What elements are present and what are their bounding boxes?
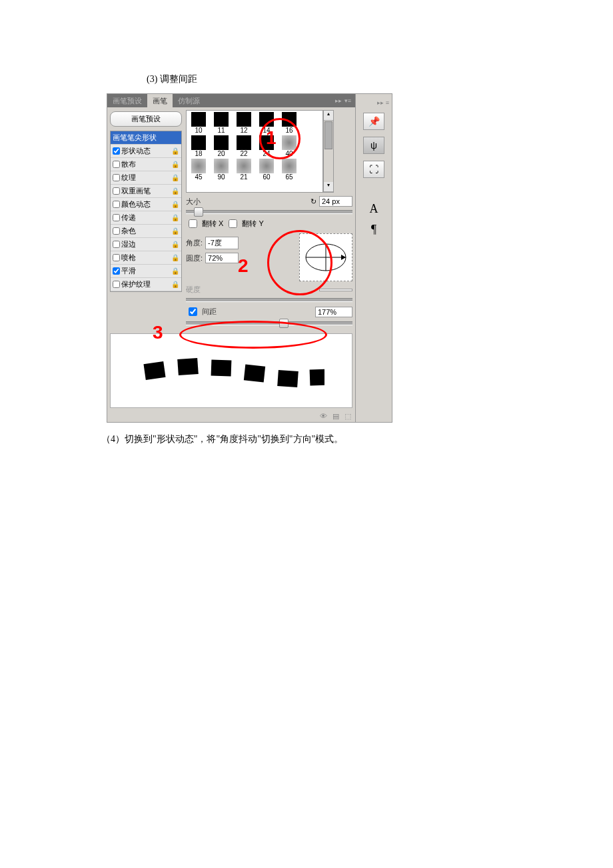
annotation-number-1: 1 [266, 127, 277, 149]
step-4-text: （4）切换到"形状动态"，将"角度抖动"切换到"方向"模式。 [101, 433, 520, 445]
brush-presets-button[interactable]: 画笔预设 [110, 111, 182, 127]
brush-options-list: 画笔笔尖形状 形状动态🔒 散布🔒 纹理🔒 双重画笔🔒 颜色动态🔒 传递🔒 杂色🔒… [110, 131, 182, 292]
chk-wet-edges[interactable] [113, 241, 120, 248]
size-slider[interactable] [186, 210, 352, 214]
lock-icon: 🔒 [171, 174, 179, 181]
chk-shape-dynamics[interactable] [113, 147, 120, 155]
scroll-down-icon[interactable]: ▾ [324, 182, 333, 192]
dock-icon-stamp[interactable]: ⛶ [363, 161, 384, 178]
dock-icon-pin[interactable]: 📌 [363, 113, 384, 130]
opt-transfer[interactable]: 传递🔒 [111, 211, 181, 225]
opt-scattering[interactable]: 散布🔒 [111, 158, 181, 171]
opt-color-dynamics[interactable]: 颜色动态🔒 [111, 198, 181, 211]
scroll-up-icon[interactable]: ▴ [324, 111, 333, 121]
svg-rect-5 [177, 358, 199, 375]
opt-smoothing[interactable]: 平滑🔒 [111, 265, 181, 278]
flip-x-label: 翻转 X [202, 219, 223, 229]
angle-label: 角度: [186, 238, 203, 248]
opt-brush-tip-shape[interactable]: 画笔笔尖形状 [111, 131, 181, 145]
chk-flip-x[interactable] [189, 219, 197, 228]
hardness-slider [186, 298, 352, 302]
annotation-number-3: 3 [153, 322, 163, 343]
create-icon[interactable]: ⬚ [344, 412, 351, 421]
opt-wet-edges[interactable]: 湿边🔒 [111, 238, 181, 251]
collapse-dock-icon[interactable]: ▸▸ ≡ [377, 99, 392, 106]
chk-color-dynamics[interactable] [113, 201, 120, 208]
opt-airbrush[interactable]: 喷枪🔒 [111, 251, 181, 265]
hardness-input [319, 289, 352, 291]
opt-texture[interactable]: 纹理🔒 [111, 171, 181, 185]
lock-icon: 🔒 [171, 214, 179, 221]
svg-rect-4 [143, 361, 165, 380]
chk-spacing[interactable] [189, 307, 197, 316]
spacing-label: 间距 [202, 307, 217, 317]
size-label: 大小 [186, 197, 201, 207]
opt-noise[interactable]: 杂色🔒 [111, 225, 181, 238]
annotation-circle-2 [267, 230, 332, 295]
lock-icon: 🔒 [171, 267, 179, 275]
lock-icon: 🔒 [171, 254, 179, 261]
lock-icon: 🔒 [171, 147, 179, 155]
lock-icon: 🔒 [171, 227, 179, 235]
chk-dual-brush[interactable] [113, 187, 120, 195]
chk-smoothing[interactable] [113, 267, 120, 275]
tab-brush-presets[interactable]: 画笔预设 [107, 94, 147, 108]
reset-size-icon[interactable]: ↻ [310, 197, 316, 206]
tab-brush[interactable]: 画笔 [147, 94, 173, 108]
lock-icon: 🔒 [171, 161, 179, 168]
lock-icon: 🔒 [171, 281, 179, 288]
chk-protect-texture[interactable] [113, 281, 120, 288]
panel-expand-icon[interactable]: ▸▸ [335, 97, 342, 104]
annotation-number-2: 2 [238, 255, 249, 277]
brush-swatch-grid[interactable]: 10 11 12 14 16 18 20 22 24 40 45 90 21 6… [186, 110, 323, 193]
dock-icon-paragraph[interactable]: ¶ [371, 223, 376, 237]
opt-protect-texture[interactable]: 保护纹理🔒 [111, 278, 181, 291]
roundness-input[interactable]: 72% [205, 253, 239, 263]
dock-icon-character[interactable]: A [370, 202, 378, 216]
lock-icon: 🔒 [171, 187, 179, 195]
chk-flip-y[interactable] [229, 219, 237, 228]
hardness-label: 硬度 [186, 285, 201, 295]
tab-clone-source[interactable]: 仿制源 [173, 94, 205, 108]
tool-dock: ▸▸ ≡ 📌 ψ ⛶ A ¶ [355, 94, 392, 422]
svg-rect-9 [310, 369, 324, 385]
chk-transfer[interactable] [113, 214, 120, 221]
toggle-preview-icon[interactable]: 👁 [320, 412, 327, 421]
step-3-heading: (3) 调整间距 [147, 73, 520, 85]
lock-icon: 🔒 [171, 241, 179, 248]
brush-panel-screenshot: 画笔预设 画笔 仿制源 ▸▸ ▾≡ 画笔预设 画笔笔尖形状 形状动态🔒 散布🔒 … [107, 93, 392, 423]
opt-shape-dynamics[interactable]: 形状动态🔒 [111, 145, 181, 158]
chk-noise[interactable] [113, 227, 120, 235]
panel-menu-icon[interactable]: ▾≡ [344, 97, 351, 104]
spacing-input[interactable]: 177% [315, 307, 352, 317]
panel-footer: 👁 ▤ ⬚ [107, 411, 355, 422]
swatch-scrollbar[interactable]: ▴ ▾ [323, 110, 334, 193]
chk-texture[interactable] [113, 174, 120, 181]
svg-rect-8 [277, 370, 299, 387]
svg-rect-6 [211, 359, 232, 376]
panel-tabs: 画笔预设 画笔 仿制源 ▸▸ ▾≡ [107, 94, 355, 107]
size-input[interactable]: 24 px [319, 196, 352, 207]
svg-marker-3 [341, 255, 346, 260]
dock-icon-connect[interactable]: ψ [363, 137, 384, 154]
angle-input[interactable]: -7度 [205, 237, 239, 249]
chk-airbrush[interactable] [113, 254, 120, 261]
svg-rect-7 [244, 364, 265, 382]
new-brush-icon[interactable]: ▤ [332, 412, 339, 421]
chk-scattering[interactable] [113, 161, 120, 168]
lock-icon: 🔒 [171, 201, 179, 208]
opt-dual-brush[interactable]: 双重画笔🔒 [111, 185, 181, 198]
roundness-label: 圆度: [186, 253, 203, 263]
annotation-oval-3 [179, 321, 327, 349]
flip-y-label: 翻转 Y [242, 219, 263, 229]
